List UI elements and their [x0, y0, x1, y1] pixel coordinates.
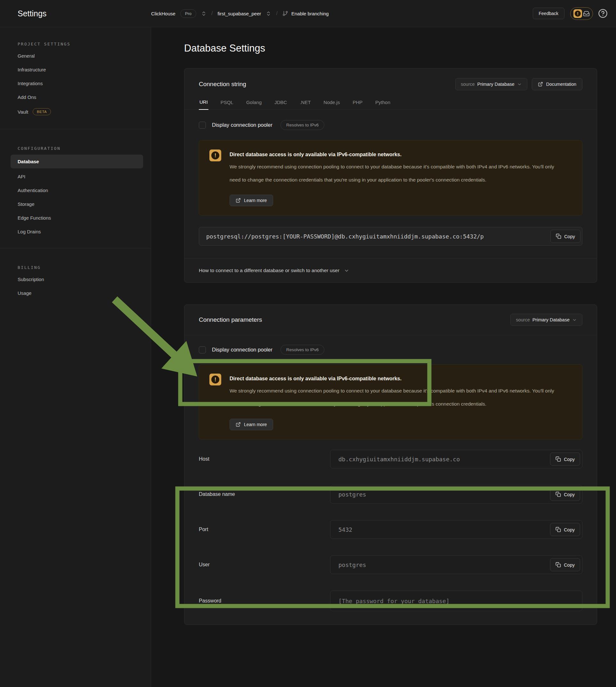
connection-string-field[interactable]: postgresql://postgres:[YOUR-PASSWORD]@db…	[199, 227, 582, 246]
sidebar-item-label: Vault	[18, 109, 28, 115]
sidebar-item-general[interactable]: General	[0, 49, 151, 63]
tab-php[interactable]: PHP	[352, 99, 363, 110]
copy-port-button[interactable]: Copy	[550, 523, 580, 536]
ipv6-warning-box: ! Direct database access is only availab…	[199, 140, 582, 216]
sidebar-item-label: Subscription	[18, 276, 44, 282]
user-row: User postgres Copy	[199, 555, 582, 574]
feedback-button[interactable]: Feedback	[533, 8, 565, 19]
copy-icon	[555, 492, 561, 497]
tab-dotnet[interactable]: .NET	[299, 99, 311, 110]
chevrons-up-down-icon[interactable]	[266, 11, 271, 16]
breadcrumb: ClickHouse Pro / first_supabase_peer / E…	[151, 9, 329, 18]
sidebar-item-usage[interactable]: Usage	[0, 286, 151, 300]
card-title: Connection string	[199, 78, 246, 88]
tab-python[interactable]: Python	[375, 99, 391, 110]
source-label: source	[516, 317, 530, 323]
sidebar-item-storage[interactable]: Storage	[0, 197, 151, 211]
sidebar-item-label: Add Ons	[18, 94, 36, 100]
sidebar-section-billing: BILLING	[0, 265, 151, 272]
alert-icon: !	[210, 150, 221, 161]
pooler-label: Display connection pooler	[212, 122, 272, 128]
display-connection-pooler-checkbox[interactable]	[199, 121, 206, 129]
external-link-icon	[236, 198, 241, 203]
field-label: Host	[199, 456, 210, 462]
enable-branching-button[interactable]: Enable branching	[282, 10, 329, 16]
learn-more-button[interactable]: Learn more	[229, 419, 273, 430]
resolves-to-ipv6-badge: Resolves to IPv6	[281, 120, 324, 130]
copy-host-button[interactable]: Copy	[550, 453, 580, 466]
tab-jdbc[interactable]: JDBC	[274, 99, 287, 110]
source-select[interactable]: source Primary Database	[510, 314, 582, 326]
documentation-label: Documentation	[546, 82, 576, 87]
copy-icon	[555, 457, 561, 462]
warning-body: We strongly recommend using connection p…	[229, 384, 564, 411]
field-label: Database name	[199, 491, 235, 497]
field-label: Password	[199, 598, 221, 604]
copy-database-name-button[interactable]: Copy	[550, 488, 580, 501]
learn-more-label: Learn more	[244, 422, 267, 427]
notifications-button[interactable]: !	[570, 7, 593, 20]
learn-more-button[interactable]: Learn more	[229, 195, 273, 206]
sidebar-item-authentication[interactable]: Authentication	[0, 183, 151, 197]
sidebar-item-label: Database	[18, 159, 39, 164]
resolves-to-ipv6-badge: Resolves to IPv6	[281, 345, 324, 355]
inbox-icon	[583, 10, 590, 17]
sidebar-item-label: Log Drains	[18, 229, 41, 234]
org-name[interactable]: ClickHouse	[151, 11, 175, 16]
source-select[interactable]: source Primary Database	[455, 78, 527, 90]
project-name[interactable]: first_supabase_peer	[218, 11, 261, 16]
copy-icon	[556, 234, 561, 239]
sidebar-item-log-drains[interactable]: Log Drains	[0, 225, 151, 239]
sidebar-item-infrastructure[interactable]: Infrastructure	[0, 63, 151, 76]
external-link-icon	[538, 82, 543, 87]
connect-help-expander[interactable]: How to connect to a different database o…	[184, 258, 597, 282]
sidebar-item-integrations[interactable]: Integrations	[0, 76, 151, 90]
tab-psql[interactable]: PSQL	[220, 99, 234, 110]
chevrons-up-down-icon[interactable]	[201, 11, 206, 16]
database-name-field[interactable]: postgres Copy	[330, 485, 582, 504]
field-value: postgres	[338, 491, 366, 498]
tab-golang[interactable]: Golang	[246, 99, 262, 110]
display-connection-pooler-checkbox[interactable]	[199, 347, 206, 353]
field-label: User	[199, 562, 210, 568]
pooler-label: Display connection pooler	[212, 347, 272, 353]
copy-connection-string-button[interactable]: Copy	[550, 230, 580, 243]
host-field[interactable]: db.cxhygiuitamxhniiddjm.supabase.co Copy	[330, 450, 582, 468]
sidebar-item-database[interactable]: Database	[10, 155, 143, 169]
sidebar-item-vault[interactable]: Vault BETA	[0, 104, 151, 119]
sidebar-item-api[interactable]: API	[0, 170, 151, 183]
breadcrumb-separator: /	[276, 10, 277, 16]
sidebar-item-subscription[interactable]: Subscription	[0, 272, 151, 286]
alert-badge-icon: !	[573, 9, 582, 18]
alert-icon: !	[210, 374, 221, 385]
copy-user-button[interactable]: Copy	[550, 558, 580, 572]
sidebar-item-label: Storage	[18, 201, 35, 207]
documentation-button[interactable]: Documentation	[532, 78, 582, 90]
port-field[interactable]: 5432 Copy	[330, 520, 582, 539]
user-field[interactable]: postgres Copy	[330, 555, 582, 574]
learn-more-label: Learn more	[244, 198, 267, 203]
tab-nodejs[interactable]: Node.js	[323, 99, 340, 110]
copy-icon	[555, 527, 561, 532]
copy-icon	[555, 562, 561, 568]
warning-body: We strongly recommend using connection p…	[229, 160, 564, 186]
settings-sidebar: PROJECT SETTINGS General Infrastructure …	[0, 27, 151, 687]
sidebar-section-project-settings: PROJECT SETTINGS	[0, 42, 151, 49]
chevron-down-icon	[344, 268, 349, 273]
connection-string-value: postgresql://postgres:[YOUR-PASSWORD]@db…	[206, 233, 484, 240]
enable-branching-label: Enable branching	[291, 11, 329, 16]
sidebar-item-label: Integrations	[18, 81, 43, 86]
password-field[interactable]: [The password for your database]	[330, 591, 582, 611]
database-name-row: Database name postgres Copy	[199, 485, 582, 504]
sidebar-item-add-ons[interactable]: Add Ons	[0, 90, 151, 104]
field-value: [The password for your database]	[338, 598, 449, 604]
card-title: Connection parameters	[199, 316, 262, 323]
exclamation-icon: !	[211, 376, 219, 383]
port-row: Port 5432 Copy	[199, 520, 582, 539]
sidebar-section-configuration: CONFIGURATION	[0, 146, 151, 153]
sidebar-item-edge-functions[interactable]: Edge Functions	[0, 211, 151, 225]
chevron-down-icon	[572, 317, 577, 323]
help-button[interactable]	[598, 9, 608, 18]
main-panel: Database Settings Connection string sour…	[151, 27, 616, 687]
tab-uri[interactable]: URI	[199, 99, 208, 110]
